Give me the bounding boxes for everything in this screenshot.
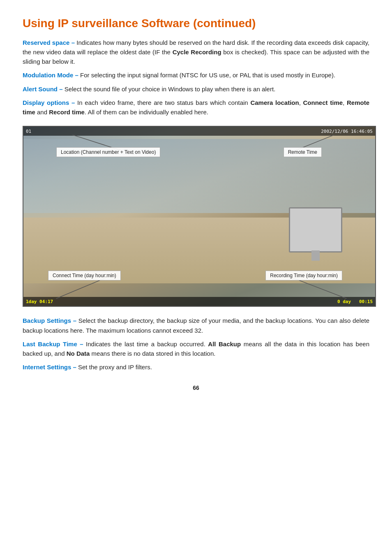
remote-time-callout-label: Remote Time (288, 149, 317, 155)
internet-settings-section: Internet Settings – Set the proxy and IP… (23, 362, 369, 372)
last-backup-time-text3: means there is no data stored in this lo… (90, 350, 215, 357)
modulation-mode-text: For selecting the input signal format (N… (78, 72, 335, 79)
remote-time-callout: Remote Time (284, 147, 322, 157)
internet-settings-text: Set the proxy and IP filters. (76, 364, 152, 371)
last-backup-time-term: Last Backup Time – (23, 341, 83, 348)
video-bottom-bar: 1day 04:17 0 day 00:15 (23, 297, 375, 306)
display-options-term: Display options – (23, 99, 75, 106)
modulation-mode-section: Modulation Mode – For selecting the inpu… (23, 70, 369, 80)
display-options-section: Display options – In each video frame, t… (23, 98, 369, 117)
backup-settings-term: Backup Settings – (23, 317, 76, 324)
page-number: 66 (23, 385, 369, 391)
connect-time-value: 1day 04:17 (26, 299, 53, 304)
record-time-bold: Record time (49, 109, 85, 116)
backup-settings-section: Backup Settings – Select the backup dire… (23, 316, 369, 335)
connect-time-bold: Connect time (303, 99, 343, 106)
cycle-recording-bold: Cycle Recording (173, 49, 221, 56)
internet-settings-term: Internet Settings – (23, 364, 76, 371)
last-backup-time-text1: Indicates the last time a backup occurre… (83, 341, 208, 348)
recording-time-callout-label: Recording Time (day hour:min) (270, 273, 338, 278)
monitor-stand (311, 250, 320, 261)
last-backup-time-section: Last Backup Time – Indicates the last ti… (23, 339, 369, 359)
display-options-text1: In each video frame, there are two statu… (75, 99, 250, 106)
video-frame: 01 2002/12/06 16:46:05 1day 04:17 0 day … (23, 126, 376, 307)
no-data-bold: No Data (67, 350, 90, 357)
connect-time-callout-label: Connect Time (day hour:min) (53, 273, 116, 278)
camera-location-bold: Camera location (250, 99, 299, 106)
record-time-value: 0 day 00:15 (337, 299, 373, 304)
connect-time-callout: Connect Time (day hour:min) (48, 271, 121, 280)
location-callout: Location (Channel number + Text on Video… (56, 147, 160, 157)
monitor-shape (289, 207, 342, 253)
video-top-bar: 01 2002/12/06 16:46:05 (23, 127, 375, 136)
channel-id: 01 (26, 129, 31, 134)
all-backup-bold: All Backup (208, 341, 241, 348)
display-options-text2: . All of them can be individually enable… (85, 109, 208, 116)
video-timestamp: 2002/12/06 16:46:05 (321, 129, 373, 134)
reserved-space-section: Reserved space – Indicates how many byte… (23, 38, 369, 67)
modulation-mode-term: Modulation Mode – (23, 72, 78, 79)
location-callout-label: Location (Channel number + Text on Video… (61, 149, 156, 155)
page-title: Using IP surveillance Software (continue… (23, 16, 369, 30)
alert-sound-term: Alert Sound – (23, 86, 63, 93)
recording-time-callout: Recording Time (day hour:min) (265, 271, 342, 280)
reserved-space-term: Reserved space – (23, 39, 75, 46)
alert-sound-section: Alert Sound – Select the sound file of y… (23, 84, 369, 94)
alert-sound-text: Select the sound file of your choice in … (63, 86, 276, 93)
